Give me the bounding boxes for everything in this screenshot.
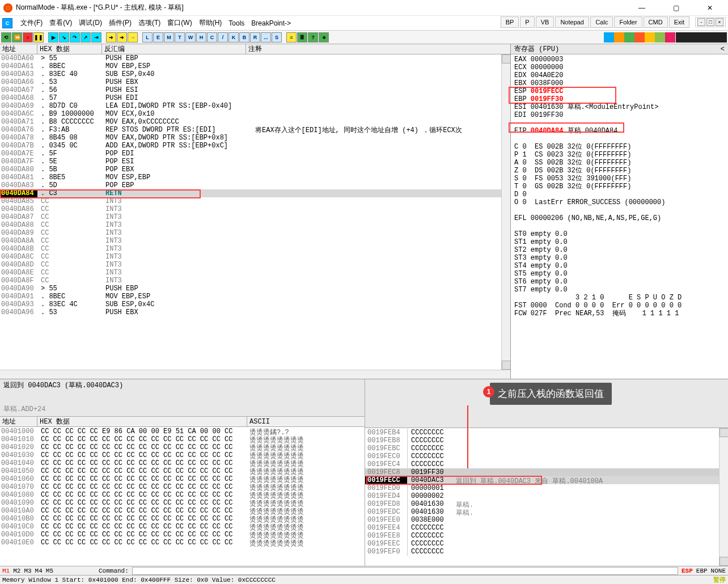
menu-breakpoint[interactable]: BreakPoint-> bbox=[248, 18, 294, 28]
hex-header-data[interactable]: HEX 数据 bbox=[37, 417, 247, 426]
disasm-row[interactable]: 0040DA87 CCINT3 bbox=[0, 213, 510, 221]
disasm-row[interactable]: 0040DA8D CCINT3 bbox=[0, 261, 510, 269]
stepover-icon[interactable]: ↷ bbox=[70, 32, 80, 43]
panel-color-1[interactable] bbox=[604, 32, 614, 43]
btn-exit[interactable]: Exit bbox=[669, 16, 689, 28]
btn-calc[interactable]: Calc bbox=[590, 16, 613, 28]
disasm-row[interactable]: 0040DA68. 57PUSH EDI bbox=[0, 94, 510, 102]
sb-m4[interactable]: M4 bbox=[35, 568, 43, 574]
disasm-row[interactable]: 0040DA8F CCINT3 bbox=[0, 277, 510, 285]
toolbar-c-button[interactable]: C bbox=[207, 32, 217, 43]
register-row[interactable]: C 0 ES 002B 32位 0(FFFFFFFF) bbox=[514, 143, 725, 151]
close-button[interactable]: ✕ bbox=[699, 4, 721, 12]
menu-window[interactable]: 窗口(W) bbox=[164, 17, 195, 29]
register-row[interactable]: ST0 empty 0.0 bbox=[514, 230, 725, 238]
disasm-row[interactable]: 0040DA8C CCINT3 bbox=[0, 253, 510, 261]
register-row[interactable]: FST 0000 Cond 0 0 0 0 Err 0 0 0 0 0 0 0 bbox=[514, 302, 725, 310]
register-row[interactable]: P 1 CS 0023 32位 0(FFFFFFFF) bbox=[514, 151, 725, 159]
hex-row[interactable]: 004010C0CC CC CC CC CC CC CC CC CC CC CC… bbox=[0, 523, 365, 531]
disasm-row[interactable]: 0040DA88 CCINT3 bbox=[0, 221, 510, 229]
stack-row[interactable]: 0019FEBCCCCCCCCC bbox=[365, 445, 728, 452]
hex-row[interactable]: 00401000CC CC CC CC CC E9 86 CA 00 00 E9… bbox=[0, 428, 365, 435]
header-disasm[interactable]: 反汇编 bbox=[102, 44, 246, 54]
panel-color-6[interactable] bbox=[655, 32, 665, 43]
hex-row[interactable]: 00401060CC CC CC CC CC CC CC CC CC CC CC… bbox=[0, 475, 365, 483]
toolbar-k-button[interactable]: K bbox=[228, 32, 239, 43]
stack-row[interactable]: 0019FED400000002 bbox=[365, 492, 728, 500]
btn-vb[interactable]: VB bbox=[536, 16, 555, 28]
register-row[interactable]: ST6 empty 0.0 bbox=[514, 278, 725, 286]
hex-row[interactable]: 004010A0CC CC CC CC CC CC CC CC CC CC CC… bbox=[0, 507, 365, 515]
hex-row[interactable]: 004010D0CC CC CC CC CC CC CC CC CC CC CC… bbox=[0, 531, 365, 539]
disasm-row[interactable]: 0040DA8A CCINT3 bbox=[0, 237, 510, 245]
panel-color-7[interactable] bbox=[665, 32, 675, 43]
stack-row[interactable]: 0019FECC0040DAC3返回到 草稿.0040DAC3 来自 草稿.00… bbox=[365, 476, 728, 484]
hex-row[interactable]: 004010B0CC CC CC CC CC CC CC CC CC CC CC… bbox=[0, 515, 365, 523]
disasm-row[interactable]: 0040DA84. C3RETN bbox=[0, 189, 510, 197]
disasm-row[interactable]: 0040DA96. 53PUSH EBX bbox=[0, 308, 510, 316]
stack-scrollbar[interactable] bbox=[719, 428, 728, 566]
btn-p[interactable]: P bbox=[520, 16, 534, 28]
stack-row[interactable]: 0019FEECCCCCCCCC bbox=[365, 540, 728, 548]
restart-icon[interactable]: ⟲ bbox=[1, 32, 11, 43]
stack-row[interactable]: 0019FEB4CCCCCCCC bbox=[365, 429, 728, 437]
header-addr[interactable]: 地址 bbox=[0, 44, 37, 54]
disasm-row[interactable]: 0040DA90> 55PUSH EBP bbox=[0, 285, 510, 293]
disasm-row[interactable]: 0040DA81. 8BE5MOV ESP,EBP bbox=[0, 173, 510, 181]
trace2-icon[interactable]: ➜ bbox=[117, 32, 127, 43]
btn-folder[interactable]: Folder bbox=[614, 16, 642, 28]
sb-ebp[interactable]: EBP bbox=[696, 568, 708, 574]
sb-m2[interactable]: M2 bbox=[13, 568, 20, 574]
btn-cmd[interactable]: CMD bbox=[644, 16, 668, 28]
stack-row[interactable]: 0019FEC0CCCCCCCC bbox=[365, 452, 728, 460]
disasm-row[interactable]: 0040DA8E CCINT3 bbox=[0, 269, 510, 277]
register-row[interactable]: ST5 empty 0.0 bbox=[514, 270, 725, 278]
mdi-close[interactable]: × bbox=[716, 18, 723, 26]
disasm-row[interactable]: 0040DA69. 8D7D C0LEA EDI,DWORD PTR SS:[E… bbox=[0, 102, 510, 110]
trace-icon[interactable]: ➜ bbox=[106, 32, 116, 43]
register-row[interactable]: EBP 0019FF30 bbox=[514, 95, 725, 103]
hex-row[interactable]: 00401090CC CC CC CC CC CC CC CC CC CC CC… bbox=[0, 499, 365, 507]
stack-row[interactable]: 0019FED000000001 bbox=[365, 484, 728, 492]
register-row[interactable]: FCW 027F Prec NEAR,53 掩码 1 1 1 1 1 bbox=[514, 310, 725, 318]
command-input[interactable] bbox=[132, 567, 678, 575]
register-row[interactable]: ST2 empty 0.0 bbox=[514, 246, 725, 254]
register-row[interactable]: EAX 00000003 bbox=[514, 56, 725, 64]
menu-options[interactable]: 选项(T) bbox=[135, 17, 164, 29]
scrollbar-v[interactable] bbox=[501, 54, 510, 370]
toolbar-/-button[interactable]: / bbox=[218, 32, 228, 43]
toolbar-t-button[interactable]: T bbox=[175, 32, 185, 43]
register-row[interactable] bbox=[514, 206, 725, 214]
disasm-row[interactable]: 0040DA83. 5DPOP EBP bbox=[0, 181, 510, 189]
disasm-row[interactable]: 0040DA80. 5BPOP EBX bbox=[0, 166, 510, 173]
register-row[interactable]: Z 0 DS 002B 32位 0(FFFFFFFF) bbox=[514, 167, 725, 175]
c-icon[interactable]: C bbox=[2, 18, 12, 28]
register-row[interactable]: O 0 LastErr ERROR_SUCCESS (00000000) bbox=[514, 198, 725, 206]
register-row[interactable]: T 0 GS 002B 32位 0(FFFFFFFF) bbox=[514, 183, 725, 191]
sb-m1[interactable]: M1 bbox=[2, 568, 10, 574]
toolbar-...-button[interactable]: ... bbox=[261, 32, 271, 43]
sb-m5[interactable]: M5 bbox=[46, 568, 53, 574]
mdi-min[interactable]: - bbox=[697, 18, 705, 26]
register-row[interactable]: EDX 004A0E20 bbox=[514, 71, 725, 79]
menu-debug[interactable]: 调试(D) bbox=[75, 17, 105, 29]
disasm-panel[interactable]: 0040DA60> 55PUSH EBP0040DA61. 8BECMOV EB… bbox=[0, 54, 510, 370]
stack-row[interactable]: 0019FEF0CCCCCCCC bbox=[365, 548, 728, 556]
play-icon[interactable]: ▶ bbox=[48, 32, 58, 43]
register-row[interactable]: A 0 SS 002B 32位 0(FFFFFFFF) bbox=[514, 159, 725, 167]
toolbar-e-button[interactable]: E bbox=[153, 32, 163, 43]
register-row[interactable] bbox=[514, 119, 725, 127]
register-row[interactable]: D 0 bbox=[514, 191, 725, 198]
panel-color-2[interactable] bbox=[614, 32, 624, 43]
mdi-max[interactable]: □ bbox=[706, 18, 714, 26]
hex-row[interactable]: 00401030CC CC CC CC CC CC CC CC CC CC CC… bbox=[0, 451, 365, 459]
disasm-row[interactable]: 0040DA6C. B9 10000000MOV ECX,0x10 bbox=[0, 110, 510, 118]
register-row[interactable]: S 0 FS 0053 32位 391000(FFF) bbox=[514, 175, 725, 183]
hex-row[interactable]: 00401050CC CC CC CC CC CC CC CC CC CC CC… bbox=[0, 467, 365, 475]
panel-slot-2[interactable] bbox=[686, 32, 696, 43]
disasm-row[interactable]: 0040DA93. 83EC 4CSUB ESP,0x4C bbox=[0, 301, 510, 308]
menu-file[interactable]: 文件(F) bbox=[17, 17, 46, 29]
sb-m3[interactable]: M3 bbox=[24, 568, 31, 574]
run-icon[interactable]: ⇥ bbox=[91, 32, 101, 43]
stepinto-icon[interactable]: ↘ bbox=[59, 32, 69, 43]
